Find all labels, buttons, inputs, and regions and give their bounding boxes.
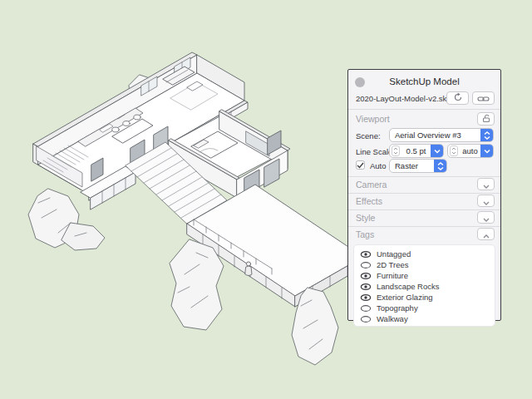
line-scale-mode-field[interactable]: auto (447, 144, 494, 158)
refresh-model-button[interactable] (446, 91, 469, 105)
divider (348, 226, 500, 227)
scene-dropdown[interactable]: Aerial Overview #3 (389, 128, 494, 142)
stepper-icon[interactable] (392, 145, 400, 156)
auto-label: Auto (370, 161, 387, 170)
tag-row[interactable]: Topography (354, 303, 495, 313)
camera-disclosure-button[interactable] (477, 178, 495, 190)
relink-model-button[interactable] (472, 91, 495, 105)
scene-value: Aerial Overview #3 (390, 131, 480, 140)
chevron-down-icon (483, 194, 490, 209)
person-figure (245, 262, 252, 276)
visibility-on-icon[interactable] (360, 283, 372, 291)
tags-disclosure-button[interactable] (477, 228, 495, 240)
tag-row[interactable]: Landscape Rocks (354, 281, 495, 292)
scene-label: Scene: (356, 131, 381, 140)
chevron-down-icon (483, 177, 490, 192)
auto-render-checkbox[interactable] (356, 160, 365, 170)
tag-row[interactable]: 2D Trees (354, 259, 495, 270)
tags-section-label: Tags (356, 229, 374, 239)
tag-name: Furniture (377, 271, 408, 280)
popup-chevrons-icon (480, 129, 493, 141)
divider (348, 193, 500, 194)
visibility-off-icon[interactable] (360, 261, 372, 269)
render-mode-dropdown[interactable]: Raster (389, 159, 447, 173)
dropdown-chevron-icon (431, 145, 443, 157)
camera-section-label: Camera (356, 180, 387, 190)
render-mode-value: Raster (390, 161, 434, 170)
chevron-down-icon (483, 210, 490, 225)
divider (348, 176, 500, 177)
link-icon (477, 91, 490, 106)
tag-name: 2D Trees (377, 260, 409, 269)
dropdown-chevron-icon (480, 145, 493, 157)
line-scale-mode: auto (458, 146, 480, 155)
viewport-section-label: Viewport (356, 114, 390, 124)
tag-row[interactable]: Exterior Glazing (354, 292, 495, 303)
line-scale-value: 0.5 pt (400, 146, 431, 155)
style-disclosure-button[interactable] (477, 211, 495, 224)
line-scale-value-field[interactable]: 0.5 pt (389, 144, 444, 158)
effects-disclosure-button[interactable] (477, 195, 495, 207)
tag-row[interactable]: Furniture (354, 270, 495, 281)
visibility-on-icon[interactable] (360, 272, 372, 280)
layout-canvas: { "colors":{ "canvas_background":"#dfe9d… (0, 0, 532, 399)
tag-name: Untagged (377, 249, 411, 259)
popup-chevrons-icon (434, 160, 446, 172)
unlock-icon (481, 111, 491, 126)
viewport-lock-button[interactable] (477, 112, 495, 126)
effects-section-label: Effects (356, 196, 382, 206)
tag-name: Topography (377, 303, 418, 313)
sketchup-model-panel: SketchUp Model 2020-LayOut-Model-v2.skp … (347, 69, 501, 321)
chevron-up-icon (483, 227, 490, 242)
tag-name: Landscape Rocks (377, 282, 440, 291)
divider (348, 109, 500, 110)
tag-row[interactable]: Walkway (354, 313, 495, 324)
tag-name: Exterior Glazing (377, 293, 433, 302)
visibility-on-icon[interactable] (360, 293, 372, 302)
visibility-on-icon[interactable] (360, 250, 372, 259)
tag-row[interactable]: Untagged (354, 249, 495, 259)
style-section-label: Style (356, 213, 375, 223)
refresh-icon (453, 91, 463, 106)
tags-list: Untagged 2D Trees Furniture Landscape Ro… (353, 244, 495, 327)
stepper-icon[interactable] (450, 145, 458, 156)
visibility-off-icon[interactable] (360, 315, 372, 323)
tag-name: Walkway (377, 314, 408, 323)
visibility-off-icon[interactable] (360, 304, 372, 313)
panel-title: SketchUp Model (348, 76, 500, 86)
rock-below-house (170, 239, 224, 330)
model-filename: 2020-LayOut-Model-v2.skp (356, 94, 451, 103)
divider (348, 209, 500, 210)
